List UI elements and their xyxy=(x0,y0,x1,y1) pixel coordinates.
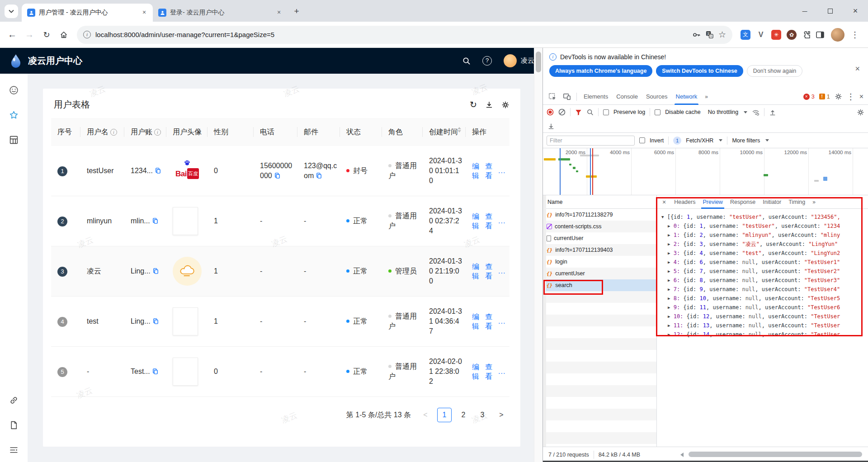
fetch-xhr-filter[interactable]: Fetch/XHR xyxy=(686,137,713,144)
back-button[interactable]: ← xyxy=(5,27,20,42)
devtools-tab-sources[interactable]: Sources xyxy=(642,89,672,105)
pagination-prev-icon[interactable]: < xyxy=(418,408,433,422)
pagination-page-2[interactable]: 2 xyxy=(456,408,471,422)
pagination-page-3[interactable]: 3 xyxy=(475,408,490,422)
header-search-icon[interactable] xyxy=(462,57,471,65)
preview-tab-timing[interactable]: Timing xyxy=(785,195,809,209)
red-extension-icon[interactable]: ✳ xyxy=(771,30,781,40)
view-link[interactable]: 查看 xyxy=(485,161,493,180)
more-actions-icon[interactable]: ... xyxy=(498,216,505,226)
more-actions-icon[interactable]: ... xyxy=(498,367,505,377)
match-language-button[interactable]: Always match Chrome's language xyxy=(549,65,652,77)
reload-button[interactable]: ↻ xyxy=(39,27,54,42)
preview-close-icon[interactable]: × xyxy=(659,198,670,206)
tab-close-icon[interactable]: × xyxy=(140,9,148,17)
bookmark-star-icon[interactable]: ☆ xyxy=(718,30,726,39)
sidebar-item-star[interactable] xyxy=(9,110,19,120)
more-tabs-icon[interactable]: » xyxy=(702,94,711,100)
devtools-settings-icon[interactable] xyxy=(835,93,842,100)
header-avatar[interactable] xyxy=(504,54,517,67)
request-row-currentUser[interactable]: {}currentUser xyxy=(543,268,656,279)
error-count-badge[interactable]: ×3 xyxy=(803,94,815,100)
json-line[interactable]: ▶ 10: {id: 12, username: null, userAccou… xyxy=(657,312,868,321)
pagination-page-1[interactable]: 1 xyxy=(437,408,452,422)
view-link[interactable]: 查看 xyxy=(485,212,493,231)
network-overview-timeline[interactable]: 2000 ms4000 ms6000 ms8000 ms10000 ms1200… xyxy=(543,148,868,195)
hscroll-thumb[interactable] xyxy=(689,452,862,457)
json-line[interactable]: ▶ 8: {id: 10, username: null, userAccoun… xyxy=(657,294,868,303)
profile-avatar[interactable] xyxy=(831,28,844,42)
dont-show-again-button[interactable]: Don't show again xyxy=(747,65,803,77)
edit-link[interactable]: 编辑 xyxy=(472,212,480,231)
header-help-icon[interactable]: ? xyxy=(482,56,492,66)
preview-tab-preview[interactable]: Preview xyxy=(699,195,726,209)
close-window-button[interactable]: × xyxy=(843,0,868,22)
password-key-icon[interactable] xyxy=(692,30,701,39)
translate-page-icon[interactable]: 文G xyxy=(705,30,714,39)
devtools-tab-network[interactable]: Network xyxy=(672,89,702,105)
disable-cache-checkbox[interactable] xyxy=(655,109,660,115)
url-text[interactable]: localhost:8000/admin/user-manage?current… xyxy=(95,31,687,38)
view-link[interactable]: 查看 xyxy=(485,362,493,381)
sidebar-link-icon[interactable] xyxy=(9,396,19,405)
table-refresh-icon[interactable]: ↻ xyxy=(470,100,477,109)
export-har-icon[interactable] xyxy=(547,123,555,130)
copy-icon[interactable] xyxy=(155,167,161,174)
tab-login[interactable]: 登录- 凌云用户中心 × xyxy=(153,4,288,22)
json-line[interactable]: ▶ 7: {id: 9, username: null, userAccount… xyxy=(657,285,868,294)
page-scrollbar[interactable] xyxy=(534,48,542,462)
address-bar[interactable]: i localhost:8000/admin/user-manage?curre… xyxy=(77,26,732,44)
request-row-info[interactable]: {}info?t=1707112138279 xyxy=(543,209,656,221)
tab-close-icon[interactable]: × xyxy=(275,9,283,17)
view-link[interactable]: 查看 xyxy=(485,312,493,331)
sidebar-menu-fold-icon[interactable] xyxy=(9,445,19,455)
column-header[interactable]: 创建时间 xyxy=(423,118,466,146)
copy-icon[interactable] xyxy=(274,172,281,179)
throttling-select[interactable]: No throttling xyxy=(708,109,738,115)
more-filters[interactable]: More filters xyxy=(732,137,760,144)
edit-link[interactable]: 编辑 xyxy=(472,262,480,281)
copy-icon[interactable] xyxy=(152,368,159,375)
extensions-puzzle-icon[interactable] xyxy=(802,30,811,39)
minimize-button[interactable]: ─ xyxy=(792,0,817,22)
browser-menu-icon[interactable]: ⋮ xyxy=(846,30,863,40)
devtools-tab-console[interactable]: Console xyxy=(612,89,642,105)
edit-link[interactable]: 编辑 xyxy=(472,312,480,331)
forward-button[interactable]: → xyxy=(22,27,37,42)
filter-funnel-icon[interactable] xyxy=(575,109,582,116)
devtools-menu-icon[interactable]: ⋮ xyxy=(847,92,855,102)
v-extension-icon[interactable]: V xyxy=(756,30,766,40)
site-info-icon[interactable]: i xyxy=(83,31,91,38)
import-har-icon[interactable] xyxy=(769,108,776,116)
preview-tab-headers[interactable]: Headers xyxy=(670,195,699,209)
info-icon[interactable]: i xyxy=(154,129,161,136)
table-settings-icon[interactable] xyxy=(501,101,509,109)
more-actions-icon[interactable]: ... xyxy=(498,166,505,176)
view-link[interactable]: 查看 xyxy=(485,262,493,281)
json-line[interactable]: ▶ 2: {id: 3, username: "凌云", userAccount… xyxy=(657,240,868,249)
request-row-info[interactable]: {}info?t=1707112139403 xyxy=(543,244,656,256)
json-line[interactable]: ▶ 1: {id: 2, username: "mlinyun", userAc… xyxy=(657,231,868,240)
preserve-log-checkbox[interactable] xyxy=(603,109,609,115)
preview-tab-response[interactable]: Response xyxy=(726,195,759,209)
json-line[interactable]: ▶ 3: {id: 4, username: "test", userAccou… xyxy=(657,249,868,258)
request-row-search[interactable]: {}search xyxy=(543,279,656,291)
edit-link[interactable]: 编辑 xyxy=(472,161,480,180)
json-line[interactable]: ▶ 9: {id: 11, username: null, userAccoun… xyxy=(657,303,868,312)
sidebar-item-user-table[interactable] xyxy=(9,135,19,145)
more-actions-icon[interactable]: ... xyxy=(498,266,505,276)
side-panel-icon[interactable] xyxy=(816,30,825,39)
record-icon[interactable] xyxy=(547,108,554,116)
inspect-element-icon[interactable] xyxy=(546,91,559,103)
sidebar-file-icon[interactable] xyxy=(9,420,19,430)
info-icon[interactable]: i xyxy=(110,129,117,136)
json-line[interactable]: ▶ 4: {id: 6, username: null, userAccount… xyxy=(657,258,868,267)
warning-count-badge[interactable]: !1 xyxy=(819,94,830,100)
tab-user-manage[interactable]: 用户管理 - 凌云用户中心 × xyxy=(22,4,153,22)
brown-extension-icon[interactable]: ✿ xyxy=(787,30,797,40)
more-actions-icon[interactable]: ... xyxy=(498,316,505,326)
request-row-currentUser[interactable]: currentUser xyxy=(543,232,656,244)
network-conditions-icon[interactable] xyxy=(752,108,760,116)
hscroll-left-arrow-icon[interactable] xyxy=(680,453,684,457)
json-line[interactable]: ▼ [{id: 1, username: "testUser", userAcc… xyxy=(657,212,868,222)
